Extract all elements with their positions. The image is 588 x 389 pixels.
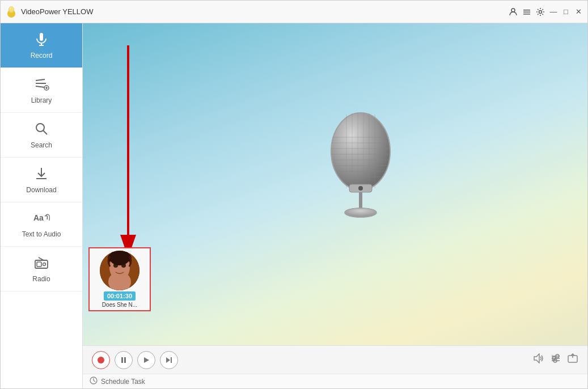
app-logo bbox=[5, 6, 18, 18]
sidebar: Record Library bbox=[1, 23, 83, 388]
svg-rect-24 bbox=[37, 262, 41, 267]
right-controls bbox=[533, 353, 578, 366]
svg-point-4 bbox=[511, 9, 515, 12]
svg-rect-57 bbox=[124, 357, 126, 363]
svg-line-12 bbox=[36, 79, 45, 81]
play-button[interactable] bbox=[137, 351, 155, 369]
svg-text:Aa: Aa bbox=[33, 213, 44, 222]
sidebar-item-radio[interactable]: Radio bbox=[1, 247, 82, 291]
sidebar-item-text-to-audio[interactable]: Aa Text to Audio bbox=[1, 202, 82, 247]
svg-rect-5 bbox=[523, 10, 530, 11]
svg-point-18 bbox=[36, 124, 44, 132]
minimize-button[interactable]: — bbox=[549, 7, 558, 16]
microphone-illustration bbox=[315, 106, 406, 236]
svg-marker-58 bbox=[144, 357, 149, 363]
svg-point-8 bbox=[539, 10, 542, 13]
download-icon bbox=[33, 166, 49, 184]
sidebar-item-library[interactable]: Library bbox=[1, 68, 82, 113]
app-title: VideoPower YELLOW bbox=[21, 7, 508, 16]
svg-rect-6 bbox=[523, 11, 530, 12]
svg-marker-59 bbox=[166, 357, 170, 363]
sidebar-radio-label: Radio bbox=[32, 275, 50, 283]
app-window: VideoPower YELLOW bbox=[0, 0, 588, 389]
svg-rect-7 bbox=[523, 14, 530, 15]
svg-point-27 bbox=[331, 113, 390, 190]
svg-point-3 bbox=[10, 8, 11, 9]
svg-point-25 bbox=[43, 263, 46, 266]
sidebar-download-label: Download bbox=[26, 186, 56, 194]
titlebar: VideoPower YELLOW bbox=[1, 1, 587, 23]
content-area: 00:01:30 Does She N... bbox=[83, 23, 587, 388]
sidebar-item-search[interactable]: Search bbox=[1, 113, 82, 158]
text-to-audio-icon: Aa bbox=[32, 210, 50, 228]
equalizer-icon[interactable] bbox=[550, 353, 561, 366]
time-display: 00:01:30 bbox=[104, 291, 136, 301]
svg-line-19 bbox=[43, 130, 47, 134]
search-icon bbox=[33, 121, 49, 139]
svg-marker-61 bbox=[534, 354, 539, 363]
player-bar bbox=[83, 345, 587, 374]
skip-button[interactable] bbox=[160, 351, 178, 369]
svg-point-55 bbox=[98, 357, 104, 363]
titlebar-controls: — □ ✕ bbox=[508, 7, 583, 17]
svg-point-2 bbox=[9, 6, 14, 12]
sidebar-tts-label: Text to Audio bbox=[22, 230, 61, 238]
now-playing-card: 00:01:30 Does She N... bbox=[88, 247, 151, 311]
account-icon[interactable] bbox=[508, 7, 518, 17]
export-icon[interactable] bbox=[567, 353, 578, 366]
main-body: Record Library bbox=[1, 23, 587, 388]
sidebar-item-record[interactable]: Record bbox=[1, 23, 82, 68]
track-name: Does She N... bbox=[102, 302, 137, 308]
svg-rect-44 bbox=[359, 192, 362, 209]
svg-line-72 bbox=[94, 380, 95, 382]
record-button[interactable] bbox=[92, 351, 110, 369]
volume-icon[interactable] bbox=[533, 353, 544, 366]
sidebar-library-label: Library bbox=[31, 96, 52, 104]
background-area: 00:01:30 Does She N... bbox=[83, 23, 587, 345]
record-icon bbox=[33, 31, 49, 49]
settings-icon[interactable] bbox=[535, 7, 545, 17]
schedule-bar: Schedule Task bbox=[83, 374, 587, 388]
sidebar-record-label: Record bbox=[31, 52, 53, 60]
svg-rect-60 bbox=[171, 357, 172, 363]
schedule-label[interactable]: Schedule Task bbox=[101, 378, 145, 386]
svg-point-43 bbox=[358, 186, 363, 191]
pause-button[interactable] bbox=[115, 351, 133, 369]
svg-line-14 bbox=[36, 86, 45, 87]
album-art bbox=[100, 251, 139, 290]
radio-icon bbox=[33, 255, 49, 273]
svg-rect-56 bbox=[121, 357, 123, 363]
sidebar-item-download[interactable]: Download bbox=[1, 158, 82, 202]
maximize-button[interactable]: □ bbox=[561, 7, 570, 16]
sidebar-search-label: Search bbox=[31, 141, 52, 149]
schedule-icon bbox=[90, 377, 98, 386]
close-button[interactable]: ✕ bbox=[574, 7, 583, 16]
library-icon bbox=[33, 76, 49, 94]
svg-rect-9 bbox=[40, 33, 43, 41]
microphone-svg bbox=[315, 106, 406, 236]
menu-icon[interactable] bbox=[522, 7, 532, 17]
